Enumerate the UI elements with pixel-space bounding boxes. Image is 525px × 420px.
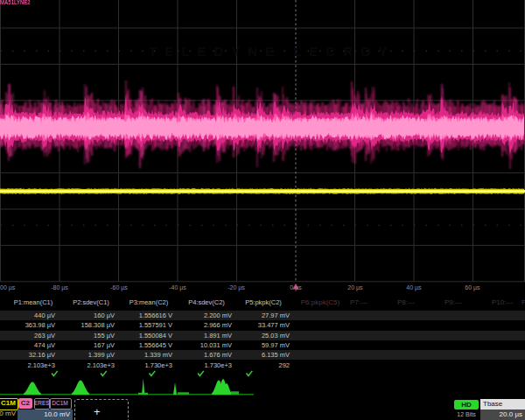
svg-text:TELEDYNE LECROY: TELEDYNE LECROY [149,44,396,59]
